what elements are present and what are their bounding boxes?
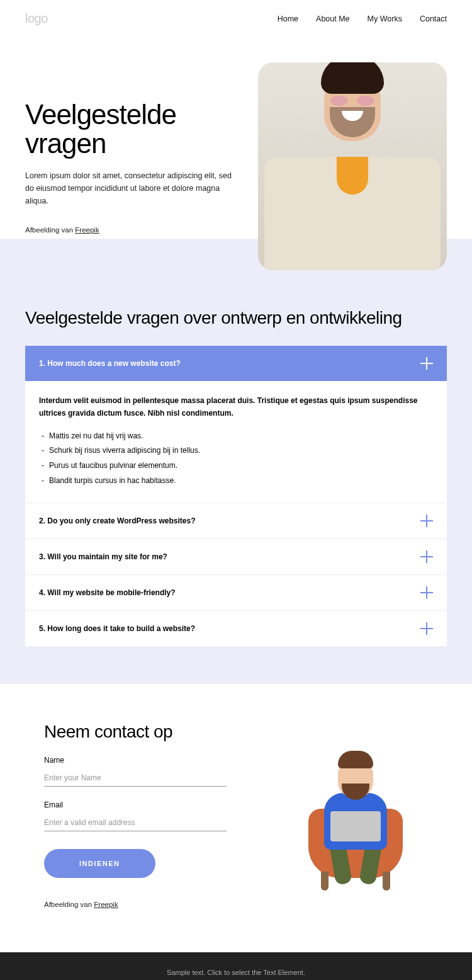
submit-button[interactable]: INDIENEN <box>44 849 155 878</box>
hero-text: Veelgestelde vragen Lorem ipsum dolor si… <box>25 62 233 270</box>
list-item: Schurk bij risus viverra adipiscing bij … <box>39 443 433 459</box>
faq-toggle-1[interactable]: 1. How much does a new website cost? <box>25 346 447 381</box>
faq-toggle-3[interactable]: 3. Will you maintain my site for me? <box>25 539 447 574</box>
plus-icon <box>420 622 433 635</box>
faq-answer-list: Mattis zei nu dat hij vrij was. Schurk b… <box>39 429 433 489</box>
list-item: Mattis zei nu dat hij vrij was. <box>39 429 433 444</box>
plus-icon <box>420 357 433 370</box>
faq-toggle-4[interactable]: 4. Will my website be mobile-friendly? <box>25 575 447 610</box>
credit-prefix: Afbeelding van <box>25 226 75 234</box>
faq-item-5: 5. How long does it take to build a webs… <box>25 611 447 646</box>
faq-answer-intro: Interdum velit euismod in pellentesque m… <box>39 395 433 420</box>
list-item: Blandit turpis cursus in hac habitasse. <box>39 474 433 489</box>
footer-text[interactable]: Sample text. Click to select the Text El… <box>167 969 305 976</box>
faq-accordion: 1. How much does a new website cost? Int… <box>25 346 447 646</box>
faq-item-1: 1. How much does a new website cost? Int… <box>25 346 447 503</box>
email-label: Email <box>44 801 227 809</box>
name-field-wrapper: Name <box>44 756 227 787</box>
footer: Sample text. Click to select the Text El… <box>0 952 472 980</box>
name-label: Name <box>44 756 227 765</box>
contact-illustration <box>264 722 447 908</box>
contact-image-credit: Afbeelding van Freepik <box>44 901 227 908</box>
nav-about[interactable]: About Me <box>316 14 350 23</box>
faq-question: 3. Will you maintain my site for me? <box>39 552 167 561</box>
logo[interactable]: logo <box>25 11 48 26</box>
plus-icon <box>420 586 433 599</box>
credit-link[interactable]: Freepik <box>75 226 99 234</box>
faq-item-3: 3. Will you maintain my site for me? <box>25 539 447 575</box>
hero-description: Lorem ipsum dolor sit amet, consectetur … <box>25 169 233 207</box>
faq-answer-1: Interdum velit euismod in pellentesque m… <box>25 381 447 503</box>
faq-toggle-2[interactable]: 2. Do you only create WordPress websites… <box>25 503 447 538</box>
hero-section: Veelgestelde vragen Lorem ipsum dolor si… <box>0 37 472 270</box>
contact-form: Neem contact op Name Email INDIENEN Afbe… <box>44 722 227 908</box>
plus-icon <box>420 550 433 563</box>
hero-image-credit: Afbeelding van Freepik <box>25 226 233 234</box>
name-input[interactable] <box>44 770 227 787</box>
nav-contact[interactable]: Contact <box>420 14 447 23</box>
credit-prefix: Afbeelding van <box>44 901 94 908</box>
email-input[interactable] <box>44 814 227 831</box>
faq-item-2: 2. Do you only create WordPress websites… <box>25 503 447 539</box>
contact-heading: Neem contact op <box>44 722 227 742</box>
character-illustration <box>286 739 425 891</box>
main-nav: Home About Me My Works Contact <box>278 14 447 23</box>
faq-question: 5. How long does it take to build a webs… <box>39 624 195 633</box>
person-illustration <box>264 157 441 270</box>
nav-works[interactable]: My Works <box>368 14 402 23</box>
faq-item-4: 4. Will my website be mobile-friendly? <box>25 575 447 611</box>
page-title: Veelgestelde vragen <box>25 100 233 158</box>
faq-heading: Veelgestelde vragen over ontwerp en ontw… <box>25 308 447 328</box>
faq-question: 2. Do you only create WordPress websites… <box>39 516 196 525</box>
faq-toggle-5[interactable]: 5. How long does it take to build a webs… <box>25 611 447 646</box>
credit-link[interactable]: Freepik <box>94 901 118 908</box>
contact-section: Neem contact op Name Email INDIENEN Afbe… <box>0 684 472 952</box>
faq-section: Veelgestelde vragen over ontwerp en ontw… <box>0 239 472 684</box>
email-field-wrapper: Email <box>44 801 227 831</box>
list-item: Purus ut faucibus pulvinar elementum. <box>39 459 433 474</box>
nav-home[interactable]: Home <box>278 14 298 23</box>
hero-image <box>258 62 447 270</box>
plus-icon <box>420 515 433 527</box>
faq-question: 4. Will my website be mobile-friendly? <box>39 588 176 597</box>
faq-question: 1. How much does a new website cost? <box>39 359 181 368</box>
header: logo Home About Me My Works Contact <box>0 0 472 37</box>
